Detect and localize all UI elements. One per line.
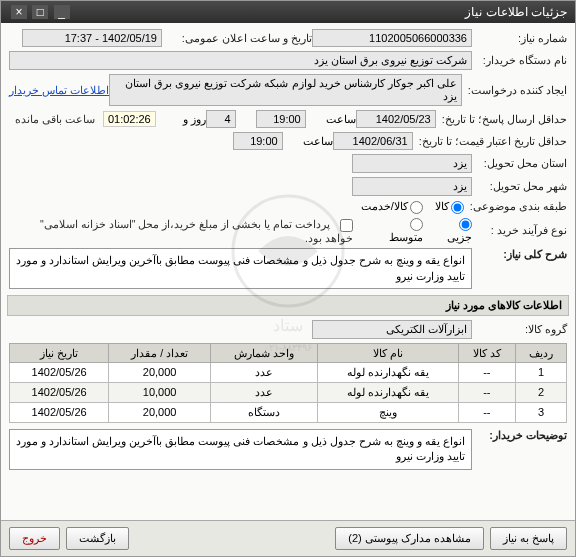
table-row[interactable]: 1--یقه نگهدارنده لولهعدد20,0001402/05/26: [10, 362, 567, 382]
desc-box: انواع یقه و وینچ به شرح جدول ذیل و مشخصا…: [9, 248, 472, 289]
table-header-row: ردیف کد کالا نام کالا واحد شمارش تعداد /…: [10, 343, 567, 362]
cell-idx: 1: [515, 362, 566, 382]
category-label: طبقه بندی موضوعی:: [464, 200, 567, 213]
deadline-time-field: 19:00: [256, 110, 306, 128]
items-section-header: اطلاعات کالاهای مورد نیاز: [7, 295, 569, 316]
th-code: کد کالا: [458, 343, 515, 362]
cell-name: وینچ: [317, 402, 458, 422]
deadline-date-field: 1402/05/23: [356, 110, 436, 128]
window-title: جزئیات اطلاعات نیاز: [465, 5, 567, 19]
radio-medium-input[interactable]: [410, 218, 423, 231]
cell-date: 1402/05/26: [10, 382, 109, 402]
cell-name: یقه نگهدارنده لوله: [317, 362, 458, 382]
province-field: یزد: [352, 154, 472, 173]
th-qty: تعداد / مقدار: [109, 343, 211, 362]
buyer-notes-box: انواع یقه و وینچ به شرح جدول ذیل و مشخصا…: [9, 429, 472, 470]
cell-qty: 20,000: [109, 402, 211, 422]
time-label-2: ساعت: [283, 135, 333, 148]
cell-date: 1402/05/26: [10, 362, 109, 382]
pubdate-field: 1402/05/19 - 17:37: [22, 29, 162, 47]
respond-button[interactable]: پاسخ به نیاز: [490, 527, 567, 550]
reqno-field: 1102005066000336: [312, 29, 472, 47]
cell-code: --: [458, 402, 515, 422]
cell-qty: 20,000: [109, 362, 211, 382]
buytype-label: نوع فرآیند خرید :: [472, 224, 567, 237]
exit-button[interactable]: خروج: [9, 527, 60, 550]
city-field: یزد: [352, 177, 472, 196]
buyer-notes-label: توضیحات خریدار:: [472, 429, 567, 442]
cell-code: --: [458, 362, 515, 382]
time-label-1: ساعت: [306, 113, 356, 126]
window-controls: _ □ ×: [9, 5, 70, 19]
cell-unit: عدد: [211, 362, 318, 382]
radio-goods[interactable]: کالا: [435, 200, 464, 214]
radio-partial[interactable]: جزیی: [435, 218, 472, 245]
maximize-icon[interactable]: □: [32, 5, 48, 19]
radio-service-input[interactable]: [410, 201, 423, 214]
window-titlebar: جزئیات اطلاعات نیاز _ □ ×: [1, 1, 575, 23]
radio-service[interactable]: کالا/خدمت: [361, 200, 423, 214]
cell-idx: 2: [515, 382, 566, 402]
cell-qty: 10,000: [109, 382, 211, 402]
th-name: نام کالا: [317, 343, 458, 362]
creator-field: علی اکبر جوکار کارشناس خرید لوازم شبکه ش…: [109, 74, 462, 106]
group-label: گروه کالا:: [472, 323, 567, 336]
contact-link[interactable]: اطلاعات تماس خریدار: [9, 84, 109, 97]
attachments-button[interactable]: مشاهده مدارک پیوستی (2): [335, 527, 484, 550]
items-table: ردیف کد کالا نام کالا واحد شمارش تعداد /…: [9, 343, 567, 423]
table-row[interactable]: 3--وینچدستگاه20,0001402/05/26: [10, 402, 567, 422]
deadline-label: حداقل ارسال پاسخ؛ تا تاریخ:: [436, 113, 567, 126]
minimize-icon[interactable]: _: [54, 5, 70, 19]
buyer-label: نام دستگاه خریدار:: [472, 54, 567, 67]
city-label: شهر محل تحویل:: [472, 180, 567, 193]
th-idx: ردیف: [515, 343, 566, 362]
cell-unit: عدد: [211, 382, 318, 402]
group-field: ابزارآلات الکتریکی: [312, 320, 472, 339]
cell-unit: دستگاه: [211, 402, 318, 422]
th-unit: واحد شمارش: [211, 343, 318, 362]
th-date: تاریخ نیاز: [10, 343, 109, 362]
close-icon[interactable]: ×: [11, 5, 27, 19]
pubdate-label: تاریخ و ساعت اعلان عمومی:: [162, 32, 312, 45]
days-left-field: 4: [206, 110, 236, 128]
timeleft-field: 01:02:26: [103, 111, 156, 127]
validity-time-field: 19:00: [233, 132, 283, 150]
reqno-label: شماره نیاز:: [472, 32, 567, 45]
checkbox-payment-input[interactable]: [340, 219, 353, 232]
cell-date: 1402/05/26: [10, 402, 109, 422]
footer-bar: پاسخ به نیاز مشاهده مدارک پیوستی (2) باز…: [1, 520, 575, 556]
radio-goods-input[interactable]: [451, 201, 464, 214]
table-row[interactable]: 2--یقه نگهدارنده لولهعدد10,0001402/05/26: [10, 382, 567, 402]
radio-medium[interactable]: متوسط: [379, 218, 424, 245]
buyer-field: شرکت توزیع نیروی برق استان یزد: [9, 51, 472, 70]
timeleft-suffix: ساعت باقی مانده: [15, 113, 95, 125]
province-label: استان محل تحویل:: [472, 157, 567, 170]
creator-label: ایجاد کننده درخواست:: [462, 84, 567, 97]
day-label: روز و: [156, 113, 206, 126]
validity-label: حداقل تاریخ اعتبار قیمت؛ تا تاریخ:: [413, 135, 567, 148]
checkbox-payment[interactable]: پرداخت تمام یا بخشی از مبلغ خرید،از محل …: [21, 218, 353, 244]
validity-date-field: 1402/06/31: [333, 132, 413, 150]
radio-partial-input[interactable]: [459, 218, 472, 231]
back-button[interactable]: بازگشت: [66, 527, 129, 550]
desc-header-label: شرح کلی نیاز:: [472, 248, 567, 261]
cell-name: یقه نگهدارنده لوله: [317, 382, 458, 402]
cell-code: --: [458, 382, 515, 402]
cell-idx: 3: [515, 402, 566, 422]
